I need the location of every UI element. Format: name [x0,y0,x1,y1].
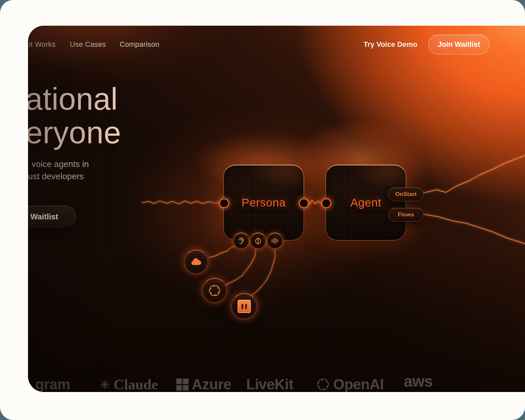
bolt-flows-to-edge [423,214,525,244]
onstart-badge: OnStart [388,187,424,201]
azure-squares-icon [176,378,189,391]
bolt-brain-to-openai [224,248,256,286]
try-voice-demo-link[interactable]: Try Voice Demo [364,40,417,49]
openai-provider-circle [202,278,227,303]
logo-deepgram: gram [35,376,70,392]
bolt-wave-to-pause [251,248,275,296]
screenshot-frame: it Works Use Cases Comparison Try Voice … [0,0,525,420]
hero-waitlist-button[interactable]: Waitlist [28,206,76,228]
ear-icon [237,237,246,245]
logo-aws-text: aws [404,372,433,390]
hero-subtitle-line-2: ust developers [28,170,89,182]
openai-logo-icon [316,378,330,391]
logo-openai-text: OpenAI [333,376,384,392]
logo-claude-text: Claude [114,376,158,392]
agent-left-port [321,198,331,208]
page-canvas: { "nav": { "items": [ {"label": "it Work… [0,0,525,420]
bolt-left-to-persona [142,201,220,204]
nav-item-use-cases[interactable]: Use Cases [70,40,106,49]
nav-item-comparison[interactable]: Comparison [120,40,160,49]
logo-azure: Azure [176,376,231,392]
persona-node-card: Persona [223,165,304,240]
persona-node-title: Persona [242,196,286,209]
logo-openai: OpenAI [316,376,384,392]
bolt-onstart-to-edge [423,155,525,193]
hero-heading-line-1: ational [28,82,121,116]
logo-livekit: LiveKit [246,376,293,392]
hero-subtitle-line-1: voice agents in [28,158,89,170]
hero-waitlist-label: Waitlist [28,212,58,221]
join-waitlist-button[interactable]: Join Waitlist [428,35,489,54]
bolt-ear-to-cloud [209,246,236,258]
flows-badge: Flows [388,208,424,222]
brain-icon [254,237,262,245]
agent-node-card: Agent [326,165,406,240]
nav-item-how-it-works[interactable]: it Works [29,40,56,49]
persona-right-port [299,198,309,208]
persona-left-port [219,198,229,208]
openai-icon [208,284,221,297]
hero-subtitle: voice agents in ust developers [28,158,89,182]
waveform-icon [271,237,279,245]
claude-star-icon: ✳ [99,377,110,392]
pause-provider-circle [231,293,257,320]
onstart-badge-label: OnStart [395,191,417,198]
logo-azure-text: Azure [192,376,231,392]
logo-deepgram-text: gram [35,376,70,392]
logo-aws: aws [404,372,433,390]
brain-icon-chip [250,233,266,249]
join-waitlist-label: Join Waitlist [438,40,480,49]
waveform-icon-chip [267,233,283,249]
hero-heading-line-2: eryone [28,116,121,150]
cloud-provider-circle [184,250,208,274]
logo-claude: ✳ Claude [99,376,158,392]
agent-node-title: Agent [350,196,381,209]
flows-badge-label: Flows [398,211,414,218]
pause-icon [238,300,251,313]
logo-livekit-text: LiveKit [246,376,293,392]
website-viewport: it Works Use Cases Comparison Try Voice … [28,26,525,392]
hero-heading: ational eryone [28,82,121,150]
cloud-icon [190,256,202,268]
ear-icon-chip [233,233,249,249]
